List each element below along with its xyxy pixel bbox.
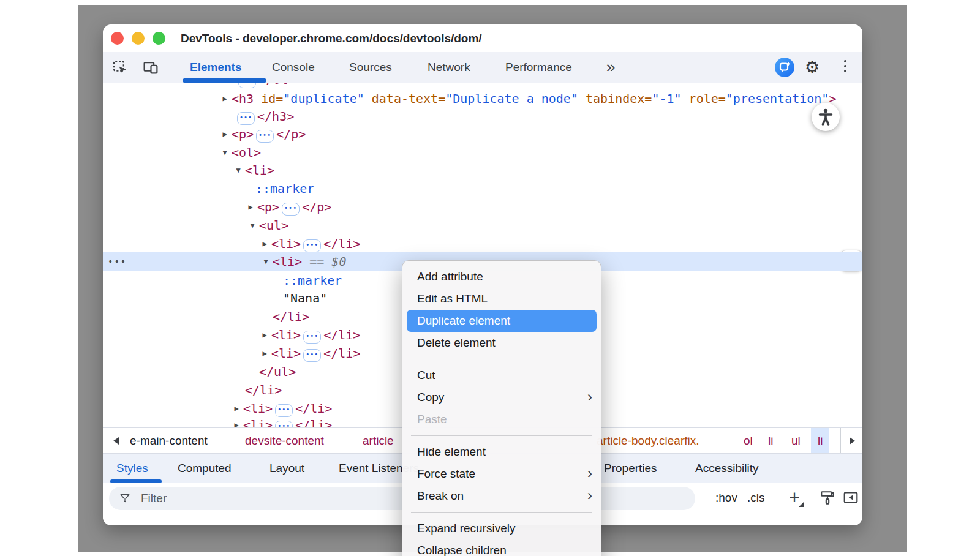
breadcrumb-article[interactable]: article	[363, 428, 394, 454]
menu-separator	[411, 359, 592, 359]
styles-tab-accessibility[interactable]: Accessibility	[695, 454, 758, 483]
inline-expand-button[interactable]: •••	[275, 421, 293, 427]
chevron-left-icon	[113, 437, 119, 445]
dom-tree-row[interactable]: ▶<p>•••</p>	[103, 198, 862, 216]
dom-tree-row[interactable]: ▼<ul>	[103, 216, 862, 235]
maximize-window-button[interactable]	[153, 32, 165, 45]
code-token-tag: <p>	[232, 127, 254, 141]
menu-item-edit-as-html[interactable]: Edit as HTML	[402, 288, 601, 310]
breadcrumb-li[interactable]: li	[768, 428, 773, 454]
minimize-window-button[interactable]	[132, 32, 145, 45]
dom-node-code: <li>•••</li>	[271, 344, 360, 363]
breadcrumb-article-body-clearfix[interactable]: article-body.clearfix.	[597, 428, 699, 454]
inline-expand-button[interactable]: •••	[256, 130, 274, 143]
expand-arrow-icon[interactable]: ▶	[231, 399, 242, 418]
kebab-menu-icon[interactable]	[844, 60, 846, 72]
dom-tree-row[interactable]: ▶<p>•••</p>	[103, 125, 862, 143]
collapse-arrow-icon[interactable]: ▼	[219, 143, 230, 162]
expand-arrow-icon[interactable]: ▶	[231, 416, 242, 427]
ai-assistance-icon[interactable]	[775, 58, 794, 77]
menu-item-cut[interactable]: Cut	[402, 364, 601, 386]
menu-item-paste: Paste	[402, 408, 601, 430]
dom-node-code: <ul>	[259, 216, 288, 235]
code-token-tag: <h3	[232, 91, 254, 106]
breadcrumb-e-main-content[interactable]: e-main-content	[130, 428, 208, 454]
code-token-tag: </li>	[273, 309, 309, 324]
breadcrumb-devsite-content[interactable]: devsite-content	[245, 428, 324, 454]
inline-expand-button[interactable]: •••	[303, 331, 321, 344]
dom-node-code: <li>•••</li>	[243, 416, 332, 427]
code-token-tag: </h3>	[257, 109, 294, 124]
menu-item-collapse-children[interactable]: Collapse children	[402, 539, 601, 556]
dom-tree-row[interactable]: ▼<li>	[103, 161, 862, 179]
code-token-attr: data-text=	[364, 91, 445, 106]
dom-tree-row[interactable]: ▶<h3 id="duplicate" data-text="Duplicate…	[103, 89, 862, 108]
inline-expand-button[interactable]: •••	[303, 349, 321, 362]
tab-network[interactable]: Network	[428, 52, 470, 83]
dom-node-code: <p>•••</p>	[232, 125, 306, 143]
tab-sources[interactable]: Sources	[349, 52, 392, 83]
breadcrumb-ol[interactable]: ol	[744, 428, 753, 454]
element-classes-button[interactable]: .cls	[747, 486, 765, 509]
dom-node-code: <ol>	[232, 143, 261, 162]
collapse-arrow-icon[interactable]: ▼	[247, 216, 258, 235]
menu-item-copy[interactable]: Copy›	[402, 386, 601, 408]
expand-arrow-icon[interactable]: ▶	[259, 235, 270, 253]
device-toolbar-icon[interactable]	[141, 58, 160, 77]
tab-performance[interactable]: Performance	[505, 52, 572, 83]
inline-expand-button[interactable]: •••	[275, 404, 293, 417]
menu-item-duplicate-element[interactable]: Duplicate element	[407, 310, 597, 332]
collapse-arrow-icon[interactable]: ▼	[260, 252, 271, 271]
expand-arrow-icon[interactable]: ▶	[245, 198, 256, 216]
inline-expand-button[interactable]: •••	[238, 83, 256, 88]
expand-arrow-icon[interactable]: ▶	[259, 344, 270, 363]
breadcrumb-ul[interactable]: ul	[791, 428, 801, 454]
code-token-tag: <p>	[257, 200, 279, 214]
menu-item-break-on[interactable]: Break on›	[402, 485, 601, 507]
breadcrumb-next-button[interactable]	[840, 428, 862, 454]
dom-tree-row[interactable]: ::marker	[103, 179, 862, 198]
toggle-sidebar-icon[interactable]	[842, 489, 860, 507]
expand-arrow-icon[interactable]: ▶	[219, 89, 230, 108]
inline-expand-button[interactable]: •••	[303, 239, 321, 252]
close-window-button[interactable]	[111, 32, 124, 45]
code-token-pseudo: ::marker	[255, 181, 314, 196]
more-tabs-button[interactable]: »	[606, 52, 615, 81]
styles-tab-styles[interactable]: Styles	[116, 454, 148, 483]
menu-item-delete-element[interactable]: Delete element	[402, 332, 601, 354]
code-token-tag: </p>	[276, 127, 306, 141]
menu-item-add-attribute[interactable]: Add attribute	[402, 266, 601, 288]
code-token-tag: </li>	[323, 346, 360, 361]
expand-arrow-icon[interactable]: ▶	[219, 125, 230, 143]
inline-expand-button[interactable]: •••	[237, 112, 255, 125]
expand-arrow-icon[interactable]: ▶	[259, 326, 270, 344]
dom-node-code: <p>•••</p>	[257, 198, 331, 216]
context-menu: Add attributeEdit as HTMLDuplicate eleme…	[402, 260, 601, 556]
page: DevTools - developer.chrome.com/docs/dev…	[0, 0, 980, 556]
styles-tab-properties[interactable]: Properties	[604, 454, 657, 483]
settings-gear-icon[interactable]: ⚙	[805, 55, 820, 80]
row-options-dots-icon[interactable]: •••	[108, 252, 127, 271]
toggle-element-state-button[interactable]: :hov	[715, 486, 737, 509]
dom-tree-row[interactable]: ▶<li>•••</li>	[103, 235, 862, 253]
code-token-op: ==	[302, 254, 331, 269]
rendering-emulations-icon[interactable]	[818, 489, 837, 507]
dom-node-code: </li>	[245, 381, 282, 399]
code-token-tag: </ol>	[258, 83, 295, 87]
menu-item-force-state[interactable]: Force state›	[402, 463, 601, 485]
inline-expand-button[interactable]: •••	[282, 203, 300, 216]
menu-separator	[411, 512, 592, 513]
styles-tab-layout[interactable]: Layout	[270, 454, 304, 483]
new-style-rule-button[interactable]: +	[784, 486, 805, 509]
styles-tab-computed[interactable]: Computed	[178, 454, 232, 483]
breadcrumb-li-selected[interactable]: li	[811, 428, 829, 454]
dom-tree-row[interactable]: ▼<ol>	[103, 143, 862, 162]
dom-tree-row[interactable]: •••</h3>	[103, 107, 862, 126]
collapse-arrow-icon[interactable]: ▼	[233, 161, 244, 179]
menu-item-hide-element[interactable]: Hide element	[402, 441, 601, 463]
tab-console[interactable]: Console	[272, 52, 315, 83]
breadcrumb-prev-button[interactable]	[103, 428, 129, 454]
menu-item-expand-recursively[interactable]: Expand recursively	[402, 517, 601, 539]
inspect-element-icon[interactable]	[110, 58, 130, 77]
dom-tree-row[interactable]: •••</ol>	[103, 83, 862, 89]
